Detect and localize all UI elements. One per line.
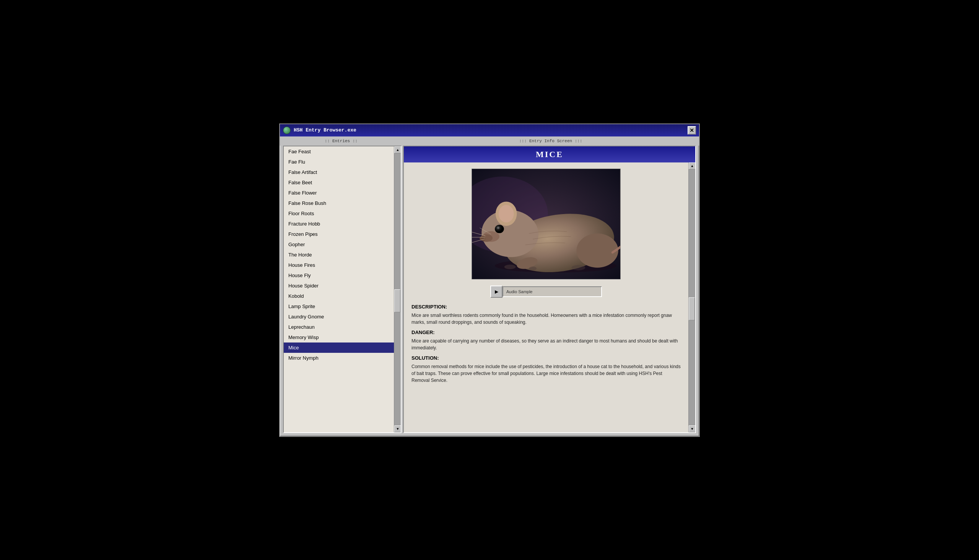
entry-body: ▶ Audio Sample DESCRIPTION: Mice are sma… (404, 162, 688, 432)
danger-heading: DANGER: (412, 330, 681, 335)
list-item[interactable]: False Rose Bush (284, 198, 394, 208)
list-item[interactable]: Laundry Gnome (284, 312, 394, 322)
entry-header: Mice (404, 147, 695, 162)
scroll-thumb[interactable] (394, 289, 400, 312)
audio-control: ▶ Audio Sample (412, 285, 681, 298)
entries-label: :: Entries :: (280, 139, 402, 143)
list-item[interactable]: False Beet (284, 177, 394, 188)
list-item[interactable]: Lamp Sprite (284, 301, 394, 312)
description-text: Mice are small worthless rodents commonl… (412, 312, 681, 326)
info-scrollbar[interactable]: ▲ ▼ (688, 162, 695, 432)
list-item[interactable]: Mice (284, 342, 394, 353)
scroll-up-button[interactable]: ▲ (394, 147, 401, 153)
scroll-down-button[interactable]: ▼ (394, 425, 401, 432)
audio-label: Audio Sample (506, 289, 533, 294)
list-item[interactable]: Frozen Pipes (284, 229, 394, 239)
list-item[interactable]: House Fly (284, 270, 394, 280)
list-item[interactable]: The Horde (284, 250, 394, 260)
list-item[interactable]: Gopher (284, 239, 394, 250)
svg-point-18 (504, 265, 516, 269)
info-scroll-up[interactable]: ▲ (689, 162, 695, 169)
list-item[interactable]: Mirror Nymph (284, 353, 394, 363)
description-heading: DESCRIPTION: (412, 304, 681, 310)
svg-point-6 (499, 205, 514, 222)
list-item[interactable]: False Artifact (284, 167, 394, 177)
list-item[interactable]: Fracture Hobb (284, 218, 394, 229)
solution-text: Common removal methods for mice include … (412, 363, 681, 384)
audio-bar: Audio Sample (502, 286, 602, 297)
scroll-track (394, 153, 401, 425)
section-labels: :: Entries :: ::: Entry Info Screen ::: (280, 137, 699, 146)
entries-list-container: Fae FeastFae FluFalse ArtifactFalse Beet… (284, 147, 401, 432)
title-bar: HSH Entry Browser.exe ✕ (280, 124, 699, 137)
svg-point-17 (576, 233, 618, 267)
list-item[interactable]: Leprechaun (284, 322, 394, 332)
close-button[interactable]: ✕ (687, 126, 696, 135)
window-title: HSH Entry Browser.exe (294, 127, 357, 133)
list-item[interactable]: House Spider (284, 280, 394, 291)
info-scroll-down[interactable]: ▼ (689, 425, 695, 432)
entries-panel: Fae FeastFae FluFalse ArtifactFalse Beet… (283, 146, 402, 433)
svg-point-10 (495, 224, 504, 233)
title-bar-left: HSH Entry Browser.exe (283, 127, 357, 134)
list-item[interactable]: Fae Flu (284, 157, 394, 167)
main-content: Fae FeastFae FluFalse ArtifactFalse Beet… (280, 146, 699, 436)
list-item[interactable]: Floor Roots (284, 208, 394, 218)
entries-list: Fae FeastFae FluFalse ArtifactFalse Beet… (284, 147, 394, 432)
app-icon (283, 127, 291, 134)
mouse-photo (472, 168, 620, 280)
entries-scrollbar[interactable]: ▲ ▼ (394, 147, 401, 432)
list-item[interactable]: Fae Feast (284, 147, 394, 157)
list-item[interactable]: False Flower (284, 188, 394, 198)
entry-title: Mice (536, 150, 563, 159)
info-scroll-track (689, 169, 695, 425)
solution-heading: SOLUTION: (412, 355, 681, 361)
svg-point-19 (529, 267, 537, 270)
info-panel: Mice (403, 146, 696, 433)
info-scroll-thumb[interactable] (689, 297, 695, 320)
list-item[interactable]: Memory Wisp (284, 332, 394, 342)
main-window: HSH Entry Browser.exe ✕ :: Entries :: ::… (279, 123, 700, 437)
play-button[interactable]: ▶ (490, 285, 502, 298)
mouse-illustration (472, 169, 620, 279)
list-item[interactable]: Kobold (284, 291, 394, 301)
entry-info-label: ::: Entry Info Screen ::: (402, 139, 699, 143)
list-item[interactable]: House Fires (284, 260, 394, 270)
svg-point-11 (497, 226, 499, 228)
svg-point-20 (572, 265, 585, 270)
entry-image (412, 168, 681, 280)
danger-text: Mice are capable of carrying any number … (412, 338, 681, 351)
